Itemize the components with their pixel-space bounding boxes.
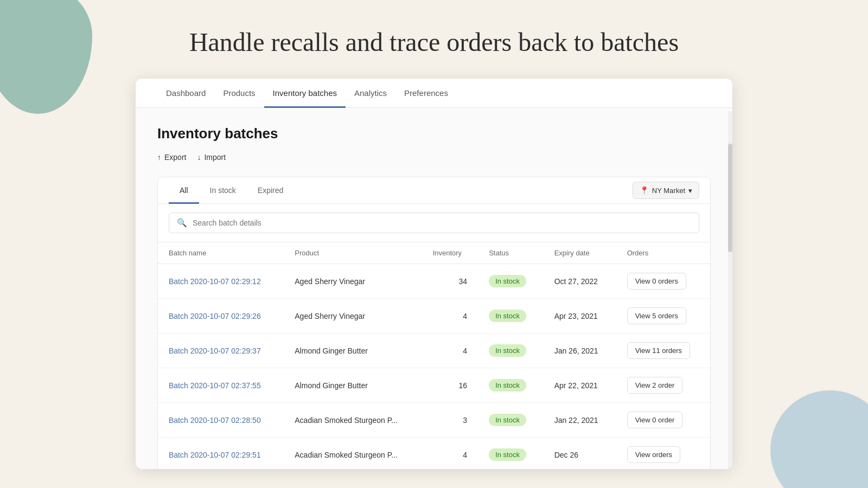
search-container: 🔍 [158, 204, 710, 242]
inventory-cell: 4 [422, 333, 478, 368]
nav-item-inventory-batches[interactable]: Inventory batches [264, 79, 346, 108]
status-cell: In stock [478, 333, 544, 368]
hero-title: Handle recalls and trace orders back to … [0, 27, 868, 57]
data-table: Batch name Product Inventory Status Expi… [158, 242, 710, 469]
batch-name-cell: Batch 2020-10-07 02:29:26 [158, 299, 284, 333]
status-cell: In stock [478, 264, 544, 299]
product-cell: Acadian Smoked Sturgeon P... [284, 403, 422, 438]
view-orders-button[interactable]: View 0 orders [627, 273, 686, 290]
search-input[interactable] [193, 219, 691, 227]
view-orders-button[interactable]: View 0 order [627, 412, 683, 428]
orders-cell: View 2 order [616, 368, 710, 403]
batch-name-cell: Batch 2020-10-07 02:28:50 [158, 403, 284, 438]
batch-link[interactable]: Batch 2020-10-07 02:29:26 [169, 312, 261, 320]
inventory-cell: 16 [422, 368, 478, 403]
status-badge: In stock [489, 414, 526, 426]
status-badge: In stock [489, 344, 526, 357]
nav-item-analytics[interactable]: Analytics [346, 79, 395, 108]
export-button[interactable]: ↑ Export [157, 151, 186, 164]
search-input-wrap: 🔍 [169, 213, 699, 233]
table-row: Batch 2020-10-07 02:37:55 Almond Ginger … [158, 368, 710, 403]
batch-name-cell: Batch 2020-10-07 02:29:37 [158, 333, 284, 368]
page-heading: Inventory batches [157, 125, 711, 142]
col-header-batch-name: Batch name [158, 242, 284, 264]
view-orders-button[interactable]: View 5 orders [627, 307, 686, 324]
expiry-date-cell: Oct 27, 2022 [544, 264, 616, 299]
status-cell: In stock [478, 368, 544, 403]
status-badge: In stock [489, 310, 526, 322]
scrollbar-track[interactable] [728, 111, 732, 469]
tabs-left: All In stock Expired [169, 177, 294, 203]
chevron-down-icon: ▾ [688, 187, 692, 195]
tab-in-stock[interactable]: In stock [199, 177, 247, 204]
status-cell: In stock [478, 438, 544, 470]
table-card: All In stock Expired 📍 NY Market ▾ 🔍 [157, 177, 711, 469]
inventory-cell: 34 [422, 264, 478, 299]
expiry-date-cell: Apr 22, 2021 [544, 368, 616, 403]
batch-link[interactable]: Batch 2020-10-07 02:37:55 [169, 381, 261, 390]
filter-tabs-row: All In stock Expired 📍 NY Market ▾ [158, 177, 710, 204]
import-button[interactable]: ↓ Import [197, 151, 226, 164]
product-cell: Aged Sherry Vinegar [284, 299, 422, 333]
orders-cell: View 0 orders [616, 264, 710, 299]
status-cell: In stock [478, 403, 544, 438]
location-selector[interactable]: 📍 NY Market ▾ [633, 182, 699, 199]
tab-expired[interactable]: Expired [247, 177, 294, 204]
status-badge: In stock [489, 275, 526, 287]
view-orders-button[interactable]: View orders [627, 446, 680, 463]
import-icon: ↓ [197, 153, 201, 162]
import-label: Import [204, 153, 226, 162]
orders-cell: View 0 order [616, 403, 710, 438]
view-orders-button[interactable]: View 2 order [627, 377, 683, 394]
tab-all[interactable]: All [169, 177, 199, 204]
batch-name-cell: Batch 2020-10-07 02:29:12 [158, 264, 284, 299]
orders-cell: View 11 orders [616, 333, 710, 368]
col-header-expiry-date: Expiry date [544, 242, 616, 264]
product-cell: Almond Ginger Butter [284, 368, 422, 403]
batch-name-cell: Batch 2020-10-07 02:37:55 [158, 368, 284, 403]
batch-link[interactable]: Batch 2020-10-07 02:28:50 [169, 416, 261, 425]
location-icon: 📍 [640, 186, 649, 195]
table-row: Batch 2020-10-07 02:29:12 Aged Sherry Vi… [158, 264, 710, 299]
col-header-inventory: Inventory [422, 242, 478, 264]
product-cell: Acadian Smoked Sturgeon P... [284, 438, 422, 470]
batch-link[interactable]: Batch 2020-10-07 02:29:51 [169, 451, 261, 459]
table-row: Batch 2020-10-07 02:28:50 Acadian Smoked… [158, 403, 710, 438]
view-orders-button[interactable]: View 11 orders [627, 342, 690, 359]
app-window: Dashboard Products Inventory batches Ana… [136, 79, 732, 469]
nav-item-products[interactable]: Products [214, 79, 264, 108]
expiry-date-cell: Jan 26, 2021 [544, 333, 616, 368]
inventory-cell: 4 [422, 299, 478, 333]
status-cell: In stock [478, 299, 544, 333]
location-label: NY Market [652, 187, 685, 195]
nav-item-preferences[interactable]: Preferences [395, 79, 457, 108]
col-header-product: Product [284, 242, 422, 264]
main-content: Inventory batches ↑ Export ↓ Import All [136, 108, 732, 469]
action-bar: ↑ Export ↓ Import [157, 151, 711, 164]
col-header-status: Status [478, 242, 544, 264]
batch-name-cell: Batch 2020-10-07 02:29:51 [158, 438, 284, 470]
batch-link[interactable]: Batch 2020-10-07 02:29:37 [169, 346, 261, 355]
product-cell: Almond Ginger Butter [284, 333, 422, 368]
table-row: Batch 2020-10-07 02:29:37 Almond Ginger … [158, 333, 710, 368]
product-cell: Aged Sherry Vinegar [284, 264, 422, 299]
table-header-row: Batch name Product Inventory Status Expi… [158, 242, 710, 264]
table-row: Batch 2020-10-07 02:29:26 Aged Sherry Vi… [158, 299, 710, 333]
export-icon: ↑ [157, 153, 161, 162]
table-row: Batch 2020-10-07 02:29:51 Acadian Smoked… [158, 438, 710, 470]
scrollbar-thumb[interactable] [728, 144, 732, 252]
nav-item-dashboard[interactable]: Dashboard [157, 79, 214, 108]
expiry-date-cell: Apr 23, 2021 [544, 299, 616, 333]
inventory-cell: 3 [422, 403, 478, 438]
search-icon: 🔍 [177, 218, 187, 228]
inventory-cell: 4 [422, 438, 478, 470]
expiry-date-cell: Jan 22, 2021 [544, 403, 616, 438]
orders-cell: View 5 orders [616, 299, 710, 333]
status-badge: In stock [489, 448, 526, 461]
nav-bar: Dashboard Products Inventory batches Ana… [136, 79, 732, 108]
col-header-orders: Orders [616, 242, 710, 264]
batch-link[interactable]: Batch 2020-10-07 02:29:12 [169, 277, 261, 286]
expiry-date-cell: Dec 26 [544, 438, 616, 470]
orders-cell: View orders [616, 438, 710, 470]
status-badge: In stock [489, 379, 526, 391]
